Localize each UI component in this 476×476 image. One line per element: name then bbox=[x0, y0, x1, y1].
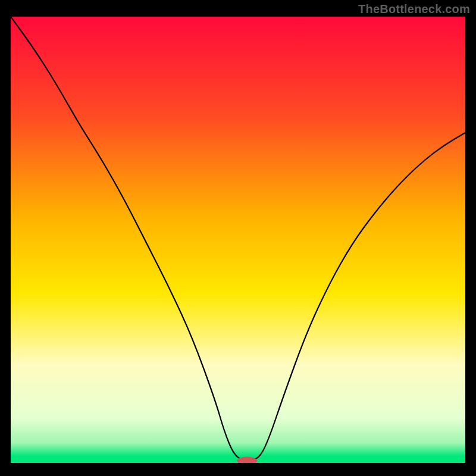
chart-frame: TheBottleneck.com bbox=[0, 0, 476, 476]
watermark-text: TheBottleneck.com bbox=[358, 2, 470, 16]
chart-svg bbox=[11, 17, 465, 463]
plot-area bbox=[11, 17, 465, 463]
gradient-background bbox=[11, 17, 465, 463]
